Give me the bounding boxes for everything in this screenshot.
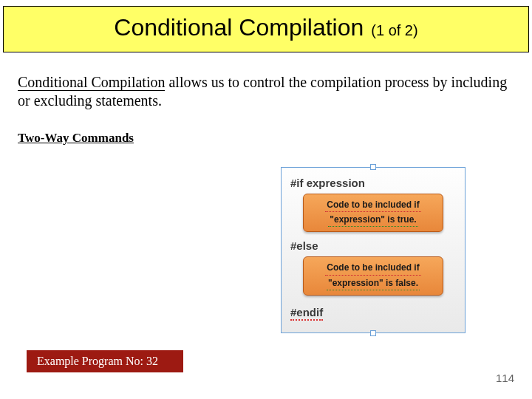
codebox-true: Code to be included if "expression" is t… bbox=[303, 194, 443, 232]
codebox-false-line2: "expression" is false. bbox=[327, 277, 420, 290]
body-area: Conditional Compilation allows us to con… bbox=[0, 52, 532, 146]
directive-endif: #endif bbox=[290, 306, 323, 321]
two-way-diagram: #if expression Code to be included if "e… bbox=[281, 167, 466, 333]
example-program-badge: Example Program No: 32 bbox=[27, 350, 183, 372]
directive-if: #if expression bbox=[290, 177, 457, 189]
page-number: 114 bbox=[496, 372, 514, 384]
codebox-true-line2: "expression" is true. bbox=[328, 214, 417, 227]
intro-lead: Conditional Compilation bbox=[18, 74, 165, 91]
slide-title-counter: (1 of 2) bbox=[371, 22, 417, 38]
slide-title: Conditional Compilation bbox=[114, 14, 364, 41]
codebox-false-line1: Code to be included if bbox=[325, 262, 420, 275]
selection-handle-icon bbox=[370, 164, 376, 170]
selection-handle-icon bbox=[370, 330, 376, 336]
directive-else: #else bbox=[290, 239, 457, 252]
codebox-true-line1: Code to be included if bbox=[325, 199, 420, 212]
codebox-false: Code to be included if "expression" is f… bbox=[303, 256, 443, 295]
intro-paragraph: Conditional Compilation allows us to con… bbox=[18, 73, 514, 110]
section-heading: Two-Way Commands bbox=[18, 131, 514, 146]
title-bar: Conditional Compilation (1 of 2) bbox=[3, 6, 529, 52]
